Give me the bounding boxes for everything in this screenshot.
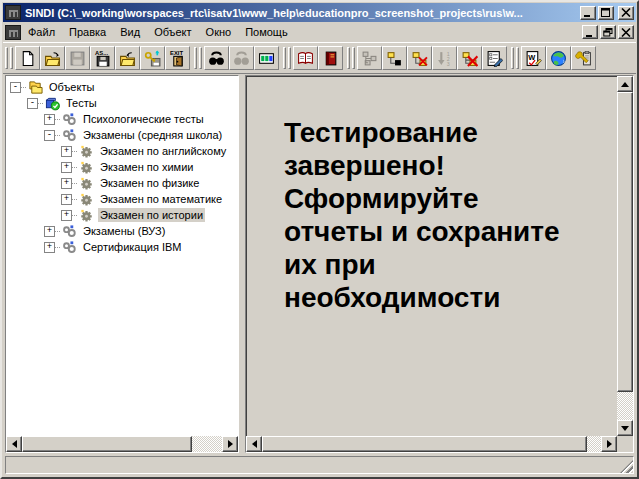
expander-toggle[interactable]: -	[27, 98, 38, 109]
open-book-button[interactable]	[293, 46, 318, 70]
mdi-minimize-button[interactable]	[582, 25, 598, 39]
toolbar-grip[interactable]	[5, 47, 8, 69]
menu-object[interactable]: Объект	[147, 24, 198, 40]
gears-icon	[61, 112, 78, 127]
selected-tree-label[interactable]: Экзамен по истории	[98, 208, 205, 222]
delete-node-button[interactable]	[407, 46, 432, 70]
toolbar-grip[interactable]	[347, 47, 350, 69]
menubar: Файл Правка Вид Объект Окно Помощь	[3, 22, 636, 43]
maximize-button[interactable]	[598, 6, 614, 20]
app-icon[interactable]	[5, 5, 21, 20]
tree-item-tests[interactable]: - Тесты	[6, 95, 238, 111]
scrollbar-track[interactable]	[617, 392, 633, 420]
open-button[interactable]	[40, 46, 65, 70]
scrollbar-track[interactable]	[587, 436, 601, 452]
toolbar-grip[interactable]	[283, 47, 286, 69]
tree-item-ibm-certification[interactable]: + Сертификация IBM	[6, 239, 238, 255]
find-binoculars-icon	[208, 50, 225, 67]
toolbar-grip[interactable]	[516, 47, 519, 69]
menu-view[interactable]: Вид	[113, 24, 147, 40]
arrow-up-icon	[621, 82, 629, 87]
scrollbar-thumb[interactable]	[22, 436, 192, 452]
scrollbar-track[interactable]	[192, 436, 222, 452]
save-as-icon: AS...	[94, 50, 111, 67]
close-button[interactable]	[618, 6, 634, 20]
find-next-button[interactable]	[229, 46, 254, 70]
open-folder-icon	[44, 50, 61, 67]
columns-button[interactable]	[254, 46, 279, 70]
save-as-button[interactable]: AS...	[90, 46, 115, 70]
expander-toggle[interactable]: -	[10, 82, 21, 93]
export-keys-button[interactable]	[140, 46, 165, 70]
minimize-button[interactable]	[580, 6, 596, 20]
message-vertical-scrollbar[interactable]	[617, 76, 633, 436]
delete-branch-button[interactable]	[457, 46, 482, 70]
expander-toggle[interactable]: +	[61, 210, 72, 221]
menu-help[interactable]: Помощь	[238, 24, 295, 40]
toolbar-grip[interactable]	[10, 47, 13, 69]
expander-toggle[interactable]: +	[61, 178, 72, 189]
help-tools-button[interactable]	[571, 46, 596, 70]
tree-item-university-exams[interactable]: + Экзамены (ВУЗ)	[6, 223, 238, 239]
scroll-left-button[interactable]	[6, 436, 22, 452]
gear-icon	[78, 144, 95, 159]
find-button[interactable]	[204, 46, 229, 70]
toolbar-grip[interactable]	[199, 47, 202, 69]
sort-order-button[interactable]: 123	[432, 46, 457, 70]
exit-button[interactable]: EXIT	[165, 46, 190, 70]
expander-toggle[interactable]: +	[44, 226, 55, 237]
statusbar	[3, 454, 636, 476]
message-horizontal-scrollbar[interactable]	[246, 436, 617, 452]
mdi-child-icon[interactable]	[5, 25, 21, 40]
scrollbar-thumb[interactable]	[617, 92, 633, 392]
expander-toggle[interactable]: +	[61, 146, 72, 157]
expander-toggle[interactable]: +	[61, 194, 72, 205]
scroll-left-button[interactable]	[246, 436, 262, 452]
scroll-right-button[interactable]	[222, 436, 238, 452]
closed-book-button[interactable]	[318, 46, 343, 70]
tree-structure-button[interactable]	[357, 46, 382, 70]
mdi-restore-button[interactable]	[600, 25, 616, 39]
import-folder-icon	[119, 50, 136, 67]
toolbar-group-books	[283, 46, 343, 70]
save-button[interactable]	[65, 46, 90, 70]
globe-button[interactable]	[546, 46, 571, 70]
expander-toggle[interactable]: +	[61, 162, 72, 173]
tree-structure-icon-disabled	[361, 50, 378, 67]
folders-icon	[27, 80, 44, 95]
exit-icon: EXIT	[169, 50, 186, 67]
toolbar-grip[interactable]	[288, 47, 291, 69]
tree-item-exam-physics[interactable]: + Экзамен по физике	[6, 175, 238, 191]
tree-item-exam-english[interactable]: + Экзамен по английскому	[6, 143, 238, 159]
toolbar-grip[interactable]	[511, 47, 514, 69]
tree-item-school-exams[interactable]: - Экзамены (средняя школа)	[6, 127, 238, 143]
scroll-down-button[interactable]	[617, 420, 633, 436]
tree-item-exam-history[interactable]: + Экзамен по истории	[6, 207, 238, 223]
scroll-up-button[interactable]	[617, 76, 633, 92]
mdi-close-button[interactable]	[618, 25, 634, 39]
status-message: Тестирование завершено! Сформируйте отче…	[246, 76, 617, 436]
expander-toggle[interactable]: +	[44, 114, 55, 125]
tree-item-objects[interactable]: - Объекты	[6, 79, 238, 95]
resize-grip[interactable]	[620, 460, 633, 473]
expander-toggle[interactable]: +	[44, 242, 55, 253]
menu-file[interactable]: Файл	[21, 24, 62, 40]
expander-toggle[interactable]: -	[44, 130, 55, 141]
tree-horizontal-scrollbar[interactable]	[6, 436, 238, 452]
scrollbar-thumb[interactable]	[262, 436, 587, 452]
tree-item-exam-math[interactable]: + Экзамен по математике	[6, 191, 238, 207]
menu-edit[interactable]: Правка	[62, 24, 113, 40]
verify-document-button[interactable]: W	[521, 46, 546, 70]
scroll-right-button[interactable]	[601, 436, 617, 452]
tree-item-exam-chemistry[interactable]: + Экзамен по химии	[6, 159, 238, 175]
tree-item-psych-tests[interactable]: + Психологические тесты	[6, 111, 238, 127]
edit-test-button[interactable]	[482, 46, 507, 70]
import-folder-button[interactable]	[115, 46, 140, 70]
find-next-icon-disabled	[233, 50, 250, 67]
toolbar-grip[interactable]	[352, 47, 355, 69]
new-button[interactable]	[15, 46, 40, 70]
sort-order-icon-disabled: 123	[436, 50, 453, 67]
add-node-button[interactable]	[382, 46, 407, 70]
menu-window[interactable]: Окно	[199, 24, 239, 40]
toolbar-grip[interactable]	[194, 47, 197, 69]
